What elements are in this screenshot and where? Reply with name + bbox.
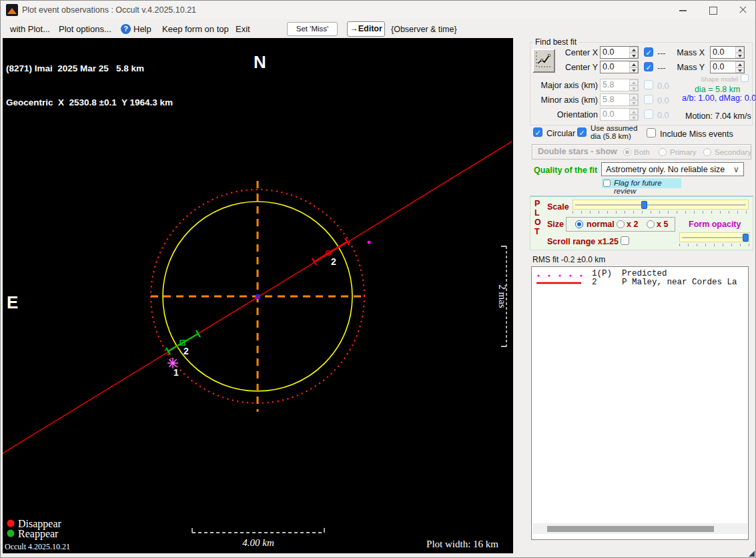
minor-axis-spinner (629, 94, 638, 105)
plot-canvas[interactable]: (8271) Imai 2025 Mar 25 5.8 km Geocentri… (3, 38, 513, 553)
center-x-checkbox[interactable]: ✓ (644, 47, 653, 57)
use-assumed-label-2: dia (5.8 km) (591, 132, 631, 140)
center-y-field[interactable]: 0.0 (600, 61, 639, 73)
mass-y-value: 0.0 (713, 62, 724, 71)
form-opacity-slider[interactable] (679, 232, 750, 242)
list-row-observer2[interactable]: 2 P Maley, near Cordes La (592, 278, 737, 287)
predicted-dotted-sample (537, 274, 582, 276)
chord-path-line (3, 142, 512, 455)
size-x5-label: x 5 (657, 220, 668, 229)
center-x-value: 0.0 (603, 47, 614, 57)
help-icon[interactable]: ? (121, 24, 131, 34)
double-stars-primary-label: Primary (670, 148, 697, 156)
size-normal-label: normal (587, 220, 615, 229)
close-button[interactable] (728, 1, 756, 19)
shape-model-checkbox[interactable] (741, 74, 749, 82)
menu-keep-form-on-top[interactable]: Keep form on top (162, 24, 229, 34)
plot-letter-p: P (534, 199, 540, 208)
list-hscrollbar[interactable] (532, 523, 747, 534)
maximize-button[interactable] (698, 1, 727, 19)
use-assumed-checkbox[interactable]: ✓ (577, 127, 587, 137)
resize-grip[interactable] (749, 551, 755, 557)
major-axis-checkbox (644, 80, 653, 89)
center-x-label: Center X (540, 48, 598, 57)
plot-title-line2: Geocentric X 2530.8 ±0.1 Y 1964.3 km (6, 97, 173, 108)
plot-title-line1: (8271) Imai 2025 Mar 25 5.8 km (6, 63, 173, 74)
circular-label: Circular (546, 129, 575, 138)
include-miss-checkbox[interactable] (647, 128, 656, 137)
mass-y-field[interactable]: 0.0 (710, 61, 745, 73)
mass-x-value: 0.0 (713, 47, 724, 57)
double-stars-both-label: Both (634, 148, 650, 156)
form-opacity-thumb[interactable] (743, 234, 749, 242)
scroll-range-checkbox[interactable] (621, 236, 629, 245)
center-y-spinner[interactable] (629, 61, 638, 73)
predicted-marker-label: 1 (173, 367, 179, 378)
flag-review-label: Flag for future review (614, 179, 681, 195)
quality-label: Quality of the fit (534, 166, 597, 175)
rms-fit-label: RMS fit -0.2 ±0.0 km (532, 255, 605, 264)
list-hscrollbar-thumb[interactable] (547, 526, 714, 532)
use-assumed-label-1: Use assumed (591, 124, 637, 132)
major-axis-field: 5.8 (600, 79, 639, 91)
window-title: Plot event observations : Occult v.4.202… (22, 5, 196, 15)
circular-checkbox[interactable]: ✓ (533, 127, 542, 137)
mass-y-spinner[interactable] (735, 61, 744, 73)
major-axis-label: Major axis (km) (533, 81, 598, 90)
minimize-button[interactable] (668, 1, 697, 19)
size-normal-radio[interactable] (575, 220, 583, 228)
mass-x-field[interactable]: 0.0 (710, 46, 745, 59)
size-x5-radio[interactable] (647, 220, 655, 228)
major-axis-value: 5.8 (603, 80, 614, 89)
editor-button[interactable]: →Editor (347, 21, 385, 37)
plot-letter-l: L (534, 208, 540, 218)
form-opacity-ticks (679, 244, 750, 246)
flag-review-bar: Flag for future review (602, 178, 681, 188)
list-sample-lines (536, 270, 589, 287)
observer-list[interactable]: 1(P) Predicted 2 P Maley, near Cordes La (531, 266, 749, 540)
flag-review-checkbox[interactable] (603, 180, 611, 187)
form-opacity-groove (682, 237, 747, 238)
dia-text: dia = 5.8 km (695, 85, 740, 94)
menu-with-plot[interactable]: with Plot... (10, 24, 50, 34)
orientation-checkbox (644, 109, 653, 119)
menu-bar: with Plot... Plot options... ? Help Keep… (1, 19, 755, 38)
double-stars-label: Double stars - show (538, 147, 617, 156)
mass-x-spinner[interactable] (735, 47, 744, 58)
major-axis-err: 0.0 (657, 81, 669, 91)
control-panel: Find best fit Center X 0.0 ✓ --- Center … (513, 38, 756, 558)
double-stars-primary-radio (659, 148, 667, 156)
quality-dropdown[interactable]: Astrometry only. No reliable size ∨ (601, 162, 744, 176)
double-stars-secondary-radio (703, 148, 711, 156)
double-stars-both-radio (623, 148, 631, 156)
app-icon (6, 4, 18, 16)
menu-help[interactable]: Help (133, 24, 151, 34)
title-bar: Plot event observations : Occult v.4.202… (1, 1, 755, 19)
version-label: Occult 4.2025.10.21 (5, 542, 70, 551)
center-y-checkbox[interactable]: ✓ (644, 62, 653, 71)
scale-slider[interactable] (573, 200, 749, 210)
size-x2-radio[interactable] (617, 220, 625, 228)
major-axis-spinner (629, 79, 638, 91)
scale-slider-groove (575, 204, 746, 206)
motion-text: Motion: 7.04 km/s (685, 111, 751, 121)
plot-title: (8271) Imai 2025 Mar 25 5.8 km Geocentri… (6, 40, 173, 131)
list-row-predicted[interactable]: 1(P) Predicted (592, 269, 667, 278)
minor-axis-checkbox (644, 95, 653, 104)
center-x-field[interactable]: 0.0 (600, 46, 639, 59)
mas-label: 2 mas (497, 284, 508, 308)
set-miss-times-button[interactable]: Set 'Miss' Times (287, 22, 338, 36)
scale-slider-thumb[interactable] (641, 201, 647, 209)
orientation-label: Orientation (533, 110, 598, 119)
menu-exit[interactable]: Exit (236, 24, 250, 34)
east-label: E (7, 292, 18, 312)
center-x-spinner[interactable] (629, 47, 638, 58)
menu-plot-options[interactable]: Plot options... (59, 24, 111, 34)
north-label: N (254, 52, 266, 72)
center-x-dash: --- (657, 49, 666, 58)
observer-time-label[interactable]: {Observer & time} (391, 25, 457, 34)
orientation-err: 0.0 (657, 111, 669, 120)
scale-slider-ticks (573, 211, 749, 214)
scale-label: Scale (547, 202, 569, 212)
double-stars-secondary-label: Secondary (715, 148, 751, 156)
